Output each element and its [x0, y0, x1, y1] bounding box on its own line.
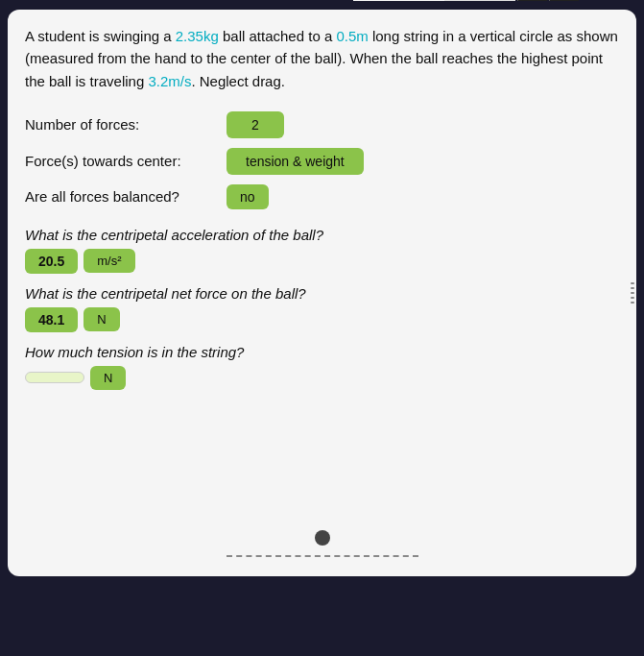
problem-text-after-mass: ball attached to a	[219, 28, 337, 44]
centripetal-force-unit: N	[83, 307, 119, 331]
qa-row-center: Force(s) towards center: tension & weigh…	[25, 148, 619, 175]
sidebar-decoration	[629, 10, 636, 576]
num-forces-answer[interactable]: 2	[227, 111, 284, 138]
tension-unit: N	[90, 366, 126, 390]
tension-value-input[interactable]	[25, 372, 84, 383]
forces-center-label: Force(s) towards center:	[25, 153, 217, 169]
qa-row-forces: Number of forces: 2	[25, 111, 619, 138]
tab-reference[interactable]: Reference	[353, 0, 445, 1]
qa-row-balanced: Are all forces balanced? no	[25, 184, 619, 209]
main-card: Reference Lesson 1 2 A student is swingi…	[8, 10, 636, 576]
centripetal-accel-unit: m/s²	[83, 249, 134, 273]
centripetal-force-value[interactable]: 48.1	[25, 307, 78, 332]
dashed-line	[227, 555, 418, 557]
centripetal-accel-value[interactable]: 20.5	[25, 249, 78, 274]
tab-num-2[interactable]: 2	[549, 0, 579, 1]
tension-row: N	[25, 366, 619, 390]
tab-numbers: 1 2	[517, 0, 579, 1]
num-forces-label: Number of forces:	[25, 116, 217, 133]
balanced-answer[interactable]: no	[227, 184, 269, 209]
problem-speed: 3.2m/s	[148, 73, 191, 89]
problem-radius: 0.5m	[336, 28, 368, 44]
tab-lesson[interactable]: Lesson	[444, 0, 514, 1]
tab-num-1[interactable]: 1	[517, 0, 547, 1]
ball-dot	[315, 530, 330, 546]
problem-text: A student is swinging a 2.35kg ball atta…	[25, 25, 619, 92]
top-tabs: Reference Lesson 1 2	[353, 0, 579, 1]
forces-center-answer[interactable]: tension & weight	[227, 148, 364, 175]
balanced-label: Are all forces balanced?	[25, 188, 217, 205]
centripetal-force-question: What is the centripetal net force on the…	[25, 285, 619, 302]
centripetal-accel-question: What is the centripetal acceleration of …	[25, 227, 619, 243]
tension-question: How much tension is in the string?	[25, 344, 619, 360]
centripetal-force-row: 48.1 N	[25, 307, 619, 332]
qa-section: Number of forces: 2 Force(s) towards cen…	[25, 111, 619, 209]
problem-text-end: . Neglect drag.	[191, 73, 285, 89]
calc-section: What is the centripetal acceleration of …	[25, 227, 619, 390]
problem-mass: 2.35kg	[176, 28, 219, 44]
problem-text-before-mass: A student is swinging a	[25, 28, 176, 44]
ball-diagram	[227, 530, 418, 557]
centripetal-accel-row: 20.5 m/s²	[25, 249, 619, 274]
